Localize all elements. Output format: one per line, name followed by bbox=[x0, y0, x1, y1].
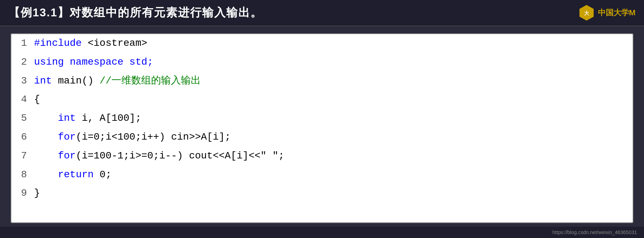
line-number: 3 bbox=[11, 72, 33, 91]
code-token: for bbox=[58, 150, 76, 161]
svg-text:大: 大 bbox=[584, 10, 589, 16]
code-token: return bbox=[58, 169, 94, 180]
code-content: int main() //一维数组的输入输出 bbox=[33, 72, 633, 91]
line-number: 6 bbox=[11, 128, 33, 147]
logo-icon: 大 bbox=[578, 4, 595, 21]
code-container: 1#include <iostream>2using namespace std… bbox=[11, 33, 633, 223]
code-content: for(i=0;i<100;i++) cin>>A[i]; bbox=[33, 128, 633, 147]
page-title: 【例13.1】对数组中的所有元素进行输入输出。 bbox=[9, 5, 262, 21]
code-token: #include bbox=[34, 38, 88, 49]
code-token: int bbox=[34, 75, 52, 86]
header-bar: 【例13.1】对数组中的所有元素进行输入输出。 大 中国大学M bbox=[0, 0, 644, 26]
line-number: 8 bbox=[11, 166, 33, 184]
code-content: return 0; bbox=[33, 166, 633, 184]
code-content: { bbox=[33, 90, 633, 109]
table-row: 9} bbox=[11, 184, 633, 203]
table-row: 1#include <iostream> bbox=[11, 34, 633, 53]
code-token bbox=[34, 150, 58, 161]
line-number: 7 bbox=[11, 147, 33, 166]
table-row: 6 for(i=0;i<100;i++) cin>>A[i]; bbox=[11, 128, 633, 147]
code-token: i, A[100]; bbox=[76, 113, 141, 124]
footer-url: https://blog.csdn.net/weixin_46365031 bbox=[553, 229, 637, 235]
code-token: { bbox=[34, 94, 40, 105]
code-token: <iostream> bbox=[88, 38, 147, 49]
code-token: } bbox=[34, 188, 40, 199]
table-row: 8 return 0; bbox=[11, 166, 633, 184]
code-content: int i, A[100]; bbox=[33, 109, 633, 128]
logo-area: 大 中国大学M bbox=[578, 4, 635, 21]
code-token bbox=[34, 169, 58, 180]
code-token: (i=0;i<100;i++) cin>>A[i]; bbox=[76, 131, 231, 142]
code-token: main() bbox=[52, 75, 99, 86]
code-token: //一维数组的输入输出 bbox=[100, 75, 201, 86]
code-content: #include <iostream> bbox=[33, 34, 633, 53]
code-content: using namespace std; bbox=[33, 53, 633, 72]
code-content: for(i=100-1;i>=0;i--) cout<<A[i]<<" "; bbox=[33, 147, 633, 166]
code-token: 0; bbox=[94, 169, 111, 180]
line-number: 2 bbox=[11, 53, 33, 72]
screen: 【例13.1】对数组中的所有元素进行输入输出。 大 中国大学M 1#includ… bbox=[0, 0, 644, 238]
table-row: 5 int i, A[100]; bbox=[11, 109, 633, 128]
table-row: 4{ bbox=[11, 90, 633, 109]
code-token bbox=[34, 131, 58, 142]
table-row: 3int main() //一维数组的输入输出 bbox=[11, 72, 633, 91]
code-token bbox=[34, 113, 58, 124]
code-token: int bbox=[58, 113, 76, 124]
line-number: 5 bbox=[11, 109, 33, 128]
code-token: for bbox=[58, 131, 76, 142]
line-number: 4 bbox=[11, 90, 33, 109]
code-table: 1#include <iostream>2using namespace std… bbox=[11, 34, 633, 203]
footer-bar: https://blog.csdn.net/weixin_46365031 bbox=[0, 227, 644, 238]
code-token: (i=100-1;i>=0;i--) cout<<A[i]<<" "; bbox=[76, 150, 284, 161]
line-number: 1 bbox=[11, 34, 33, 53]
logo-text: 中国大学M bbox=[598, 7, 635, 18]
code-content: } bbox=[33, 184, 633, 203]
table-row: 7 for(i=100-1;i>=0;i--) cout<<A[i]<<" "; bbox=[11, 147, 633, 166]
line-number: 9 bbox=[11, 184, 33, 203]
table-row: 2using namespace std; bbox=[11, 53, 633, 72]
code-token: using namespace std; bbox=[34, 56, 153, 67]
